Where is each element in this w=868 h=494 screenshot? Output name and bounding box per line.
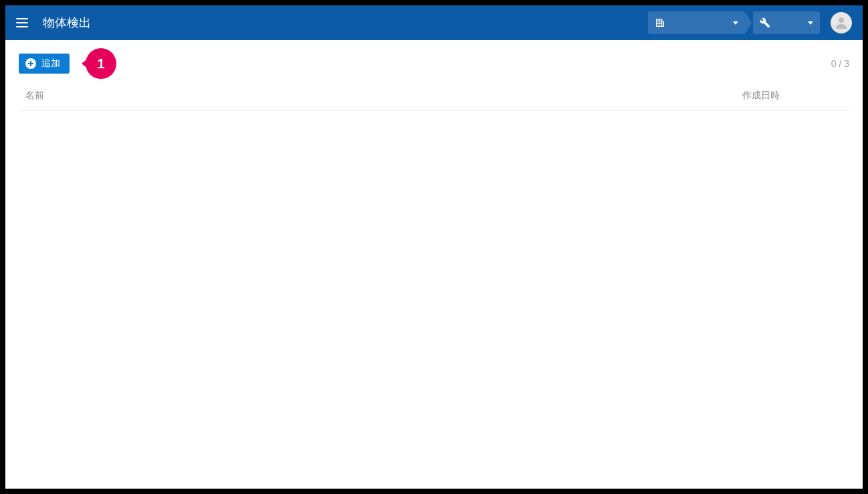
tool-dropdown[interactable]: [753, 11, 820, 34]
item-count: 0 / 3: [831, 58, 849, 69]
svg-point-0: [839, 17, 844, 23]
chevron-down-icon: [808, 21, 813, 25]
chevron-down-icon: [733, 21, 738, 25]
column-name: 名前: [25, 90, 742, 102]
avatar[interactable]: [831, 12, 852, 33]
table-header: 名前 作成日時: [19, 90, 849, 110]
callout-number: 1: [97, 56, 104, 72]
add-button[interactable]: 追加: [19, 54, 70, 74]
wrench-icon: [760, 17, 770, 28]
add-button-label: 追加: [41, 58, 60, 70]
column-created-date: 作成日時: [742, 90, 843, 102]
building-icon: [655, 17, 665, 28]
callout-badge: 1: [86, 48, 116, 79]
main-content: 追加 1 0 / 3 名前 作成日時: [5, 40, 863, 489]
organization-dropdown[interactable]: [648, 11, 745, 34]
page-title: 物体検出: [43, 15, 648, 31]
app-header: 物体検出: [5, 5, 863, 40]
menu-button[interactable]: [16, 15, 32, 31]
plus-circle-icon: [25, 58, 36, 69]
